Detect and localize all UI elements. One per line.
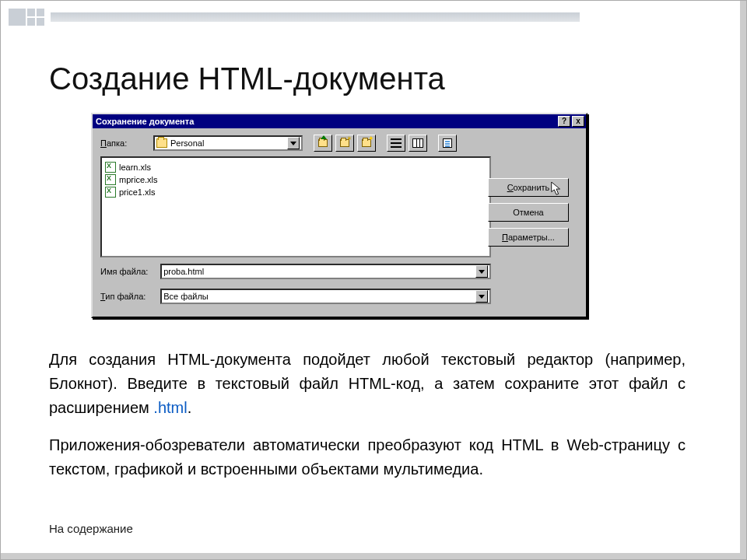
svg-marker-0 xyxy=(552,182,560,194)
list-item[interactable]: mprice.xls xyxy=(105,173,486,186)
filetype-value: Все файлы xyxy=(163,292,475,301)
cancel-button[interactable]: Отмена xyxy=(488,203,569,222)
deco-small-col-2 xyxy=(37,9,44,26)
properties-icon xyxy=(443,138,452,148)
dialog-title: Сохранение документа xyxy=(96,117,194,126)
list-item[interactable]: learn.xls xyxy=(105,161,486,173)
list-view-button[interactable] xyxy=(387,135,405,152)
filetype-label: Тип файла: xyxy=(100,292,156,301)
list-icon xyxy=(391,138,402,148)
xls-file-icon xyxy=(105,162,116,173)
dialog-toolbar xyxy=(314,135,457,152)
chevron-down-icon[interactable] xyxy=(475,290,488,303)
details-icon xyxy=(412,138,423,148)
highlight-extension: .html xyxy=(153,399,187,416)
folder-label: Папка: xyxy=(100,138,149,148)
slide-decoration xyxy=(9,9,580,26)
save-dialog: Сохранение документа ? x Папка: Personal xyxy=(91,113,587,318)
filename-label: Имя файла: xyxy=(100,267,156,276)
dialog-action-buttons: Сохранить Отмена Параметры... xyxy=(488,178,569,247)
body-paragraph-1: Для создания HTML-документа подойдет люб… xyxy=(49,348,686,420)
list-item[interactable]: price1.xls xyxy=(105,186,486,198)
filetype-combo[interactable]: Все файлы xyxy=(160,289,491,304)
folder-icon xyxy=(156,138,167,148)
folder-up-icon xyxy=(318,139,328,147)
xls-file-icon xyxy=(105,187,116,198)
file-list[interactable]: learn.xls mprice.xls price1.xls xyxy=(100,156,491,257)
mouse-cursor-icon xyxy=(551,182,562,196)
properties-button[interactable] xyxy=(438,135,457,152)
xls-file-icon xyxy=(105,174,116,185)
dialog-titlebar[interactable]: Сохранение документа ? x xyxy=(93,114,586,128)
toc-link[interactable]: На содержание xyxy=(49,522,133,535)
file-name: mprice.xls xyxy=(119,175,158,184)
body-paragraph-2: Приложения-обозреватели автоматически пр… xyxy=(49,433,686,481)
folder-row: Папка: Personal xyxy=(100,135,578,152)
slide-title: Создание HTML-документа xyxy=(49,61,445,96)
filetype-row: Тип файла: Все файлы xyxy=(100,289,491,304)
titlebar-help-button[interactable]: ? xyxy=(558,116,570,127)
desktop-icon xyxy=(340,139,349,147)
file-name: learn.xls xyxy=(119,163,151,172)
parameters-button[interactable]: Параметры... xyxy=(488,228,569,247)
slide-frame: Создание HTML-документа Сохранение докум… xyxy=(0,0,747,560)
deco-bar xyxy=(51,12,580,22)
filename-row: Имя файла: proba.html xyxy=(100,264,491,279)
new-folder-button[interactable] xyxy=(357,135,376,152)
desktop-button[interactable] xyxy=(335,135,354,152)
file-name: price1.xls xyxy=(119,187,155,197)
save-button[interactable]: Сохранить xyxy=(488,178,569,197)
chevron-down-icon[interactable] xyxy=(287,137,300,149)
dialog-body: Папка: Personal xyxy=(93,128,586,317)
folder-combo[interactable]: Personal xyxy=(153,135,303,151)
up-one-level-button[interactable] xyxy=(314,135,332,152)
deco-square xyxy=(9,9,26,26)
deco-small-col xyxy=(27,9,35,26)
filename-value: proba.html xyxy=(163,267,475,276)
folder-combo-value: Personal xyxy=(170,138,204,148)
chevron-down-icon[interactable] xyxy=(475,265,488,278)
titlebar-close-button[interactable]: x xyxy=(572,116,584,127)
details-view-button[interactable] xyxy=(409,135,427,152)
filename-input[interactable]: proba.html xyxy=(160,264,491,279)
new-folder-icon xyxy=(362,139,371,147)
